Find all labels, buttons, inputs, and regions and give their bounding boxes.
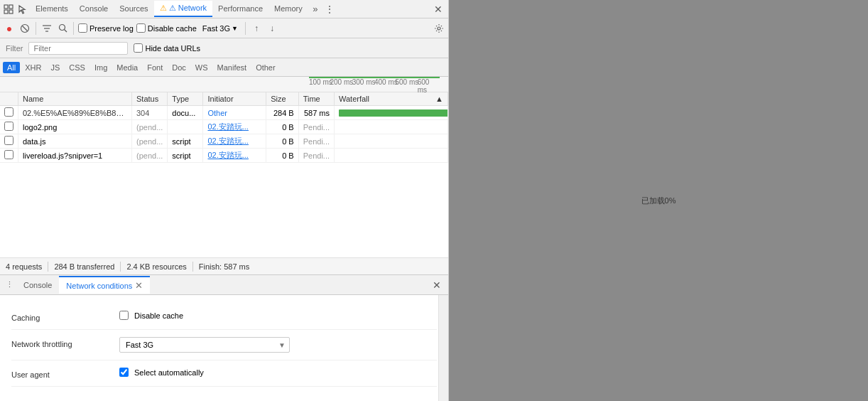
type-filter-all[interactable]: All xyxy=(3,62,20,73)
tab-performance[interactable]: Performance xyxy=(212,1,268,17)
type-filter-js[interactable]: JS xyxy=(46,62,64,73)
cell-initiator: 02.安踏玩... xyxy=(203,120,266,134)
bottom-tab-network-conditions[interactable]: Network conditions ✕ xyxy=(59,276,150,294)
filter-bar: Filter Hide data URLs xyxy=(0,38,448,58)
bottom-tab-bar: ⋮ Console Network conditions ✕ ✕ xyxy=(0,275,448,295)
table-row[interactable]: logo2.png (pend... 02.安踏玩... 0 B Pendi..… xyxy=(0,120,448,134)
cell-time: Pendi... xyxy=(298,149,334,163)
search-icon[interactable] xyxy=(56,22,69,35)
throttle-select-input[interactable]: No throttling Fast 3G Slow 3G Offline Ad… xyxy=(119,337,290,353)
th-type[interactable]: Type xyxy=(168,92,203,106)
tab-console[interactable]: Console xyxy=(74,1,114,17)
type-filter-xhr[interactable]: XHR xyxy=(21,62,45,73)
type-filter-other[interactable]: Other xyxy=(251,62,280,73)
type-filter-bar: All XHR JS CSS Img Media Font Doc WS Man… xyxy=(0,58,448,77)
svg-line-11 xyxy=(64,30,67,33)
filter-input[interactable] xyxy=(28,42,128,55)
close-bottom-panel-button[interactable]: ✕ xyxy=(428,278,445,292)
disable-cache-label: Disable cache xyxy=(148,24,197,33)
cell-type xyxy=(168,120,203,134)
inspect-icon[interactable] xyxy=(1,2,16,16)
type-filter-css[interactable]: CSS xyxy=(65,62,89,73)
devtools-close-button[interactable]: ✕ xyxy=(430,2,447,16)
cell-name: logo2.png xyxy=(18,120,132,134)
cell-waterfall xyxy=(335,106,448,120)
disable-cache-input[interactable] xyxy=(136,23,146,33)
row-checkbox[interactable] xyxy=(4,136,13,145)
throttling-control: No throttling Fast 3G Slow 3G Offline Ad… xyxy=(119,337,437,353)
cell-status: 304 xyxy=(132,106,168,120)
table-row[interactable]: livereload.js?snipver=1 (pend... script … xyxy=(0,149,448,163)
throttle-arrow-icon: ▼ xyxy=(232,25,238,32)
preserve-log-checkbox[interactable]: Preserve log xyxy=(78,23,134,33)
caching-label: Caching xyxy=(11,311,111,322)
throttle-selector[interactable]: Fast 3G ▼ xyxy=(200,23,241,34)
type-filter-ws[interactable]: WS xyxy=(191,62,212,73)
th-initiator[interactable]: Initiator xyxy=(203,92,266,106)
requests-count: 4 requests xyxy=(6,262,42,271)
network-conditions-panel: Caching Disable cache Network throttling… xyxy=(0,295,448,401)
hide-data-urls-input[interactable] xyxy=(134,43,143,53)
th-time[interactable]: Time xyxy=(298,92,334,106)
table-row[interactable]: data.js (pend... script 02.安踏玩... 0 B Pe… xyxy=(0,134,448,149)
record-button[interactable]: ● xyxy=(3,22,16,35)
bottom-tab-console[interactable]: Console xyxy=(16,278,59,292)
type-filter-img[interactable]: Img xyxy=(90,62,112,73)
type-filter-manifest[interactable]: Manifest xyxy=(213,62,251,73)
th-size[interactable]: Size xyxy=(266,92,299,106)
timeline-label-100: 100 ms xyxy=(309,78,332,86)
cell-size: 0 B xyxy=(266,149,299,163)
clear-button[interactable] xyxy=(18,22,31,35)
bottom-scrollbar[interactable] xyxy=(438,295,448,401)
tab-network[interactable]: ⚠ ⚠ Network xyxy=(154,1,212,17)
status-bar: 4 requests 284 B transferred 2.4 KB reso… xyxy=(0,257,448,274)
type-filter-font[interactable]: Font xyxy=(143,62,167,73)
transferred-size: 284 B transferred xyxy=(54,262,114,271)
throttle-value: Fast 3G xyxy=(202,24,230,33)
right-page: 已加载0% xyxy=(449,0,868,401)
row-checkbox[interactable] xyxy=(4,122,13,131)
cell-type: script xyxy=(168,149,203,163)
cell-time: 587 ms xyxy=(298,106,334,120)
tab-network-label: ⚠ Network xyxy=(169,4,207,12)
hide-data-urls-checkbox[interactable]: Hide data URLs xyxy=(134,43,200,53)
toolbar-separator-1 xyxy=(36,22,36,35)
timeline-label-500: 500 ms xyxy=(395,78,418,86)
svg-rect-3 xyxy=(9,10,13,14)
row-checkbox[interactable] xyxy=(4,107,13,117)
finish-time: Finish: 587 ms xyxy=(199,262,250,271)
cell-type: script xyxy=(168,134,203,149)
table-row[interactable]: 02.%E5%AE%89%E8%B8%B... 304 docu... Othe… xyxy=(0,106,448,120)
preserve-log-input[interactable] xyxy=(78,23,87,33)
tab-memory[interactable]: Memory xyxy=(268,1,308,17)
th-name[interactable]: Name xyxy=(18,92,132,106)
nc-tab-close[interactable]: ✕ xyxy=(135,280,143,291)
tab-sources[interactable]: Sources xyxy=(114,1,153,17)
export-icon[interactable]: ↓ xyxy=(266,22,278,35)
user-agent-label: User agent xyxy=(11,368,111,379)
caching-row: Caching Disable cache xyxy=(11,304,437,330)
tab-elements[interactable]: Elements xyxy=(30,1,74,17)
disable-cache-nc-input[interactable] xyxy=(119,311,129,320)
filter-toggle-icon[interactable] xyxy=(40,22,53,35)
cell-name: data.js xyxy=(18,134,132,149)
cursor-icon[interactable] xyxy=(16,2,30,16)
select-auto-input[interactable] xyxy=(119,368,129,377)
th-status[interactable]: Status xyxy=(132,92,168,106)
toolbar-separator-2 xyxy=(73,22,74,35)
type-filter-media[interactable]: Media xyxy=(112,62,142,73)
import-icon[interactable]: ↑ xyxy=(250,22,263,35)
cell-waterfall xyxy=(335,120,448,134)
type-filter-doc[interactable]: Doc xyxy=(168,62,190,73)
timeline-label-300: 300 ms xyxy=(352,78,376,86)
throttling-row: Network throttling No throttling Fast 3G… xyxy=(11,330,437,360)
devtools-menu-icon[interactable]: ⋮ xyxy=(322,2,337,16)
settings-icon[interactable] xyxy=(433,22,445,35)
network-table-wrapper[interactable]: Name Status Type Initiator Size Time Wat… xyxy=(0,92,448,257)
status-separator-2 xyxy=(120,262,121,272)
row-checkbox[interactable] xyxy=(4,150,13,159)
disable-cache-checkbox[interactable]: Disable cache xyxy=(136,23,197,33)
more-tabs-icon[interactable]: » xyxy=(308,2,322,16)
bottom-more-icon[interactable]: ⋮ xyxy=(3,279,16,291)
th-waterfall[interactable]: Waterfall ▲ xyxy=(335,92,448,106)
